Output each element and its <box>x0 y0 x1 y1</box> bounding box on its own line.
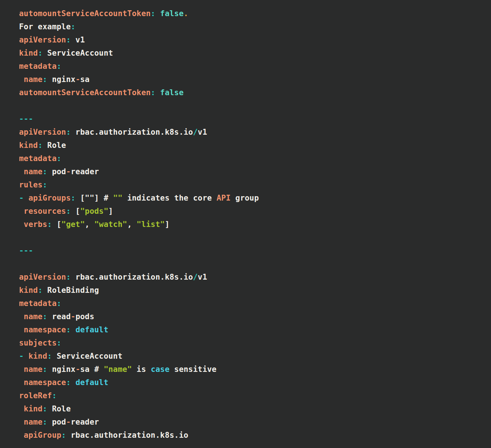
code-token: pod <box>47 418 66 426</box>
code-token: , <box>85 220 94 229</box>
code-line: kind: Role <box>19 139 487 152</box>
code-token: : <box>66 378 71 387</box>
code-token <box>71 378 75 387</box>
code-token <box>71 325 75 334</box>
code-token: verbs <box>24 220 47 229</box>
code-token: v1 <box>71 36 85 44</box>
code-token: case <box>151 365 170 374</box>
code-token: reader <box>71 418 99 426</box>
code-token: : <box>38 141 42 150</box>
code-token: name <box>24 312 42 321</box>
code-line: apiVersion: rbac.authorization.k8s.io/v1 <box>19 270 487 284</box>
code-token <box>155 9 160 18</box>
code-token: name <box>24 75 42 84</box>
code-token: RoleBinding <box>42 286 99 295</box>
code-token: : <box>71 22 75 31</box>
code-line: metadata: <box>19 60 487 73</box>
code-token: apiGroups <box>29 194 71 202</box>
code-token: v1 <box>198 128 207 137</box>
code-token: read <box>47 312 71 321</box>
code-token <box>19 431 24 440</box>
code-line: namespace: default <box>19 376 487 389</box>
code-token: , <box>127 220 137 229</box>
code-token: : <box>42 365 47 374</box>
code-line: name: nginx-sa <box>19 73 487 86</box>
code-token: - <box>75 365 80 374</box>
code-token: apiVersion <box>19 36 66 44</box>
code-token: sensitive <box>170 365 216 374</box>
code-lines-container: automountServiceAccountToken: false.For … <box>19 7 487 442</box>
code-token: false <box>160 9 183 18</box>
code-token: v1 <box>198 273 207 281</box>
code-token: name <box>24 418 42 426</box>
code-token: : <box>66 273 71 281</box>
code-token: default <box>75 378 108 387</box>
code-token: "list" <box>137 220 165 229</box>
code-token: sa <box>80 75 90 84</box>
code-token: : <box>42 180 47 189</box>
code-token <box>19 207 24 216</box>
code-token: : <box>42 75 47 84</box>
code-token: ] <box>165 220 170 229</box>
code-token: name <box>24 365 42 374</box>
code-token: false <box>160 88 183 97</box>
code-token: : <box>151 9 156 18</box>
code-token: : <box>57 62 62 71</box>
code-token: : <box>47 220 52 229</box>
code-token: nginx <box>47 75 75 84</box>
code-line: roleRef: <box>19 389 487 402</box>
code-token: kind <box>19 49 38 57</box>
code-token: - <box>75 75 80 84</box>
code-token: default <box>75 325 108 334</box>
code-line: --- <box>19 244 487 257</box>
code-token <box>19 167 24 176</box>
code-token <box>19 418 24 426</box>
code-line: name: read-pods <box>19 310 487 323</box>
code-token <box>24 352 29 361</box>
code-token: kind <box>24 404 42 413</box>
code-line: resources: ["pods"] <box>19 205 487 218</box>
code-token: reader <box>71 167 99 176</box>
code-line: namespace: default <box>19 323 487 336</box>
code-line: apiVersion: rbac.authorization.k8s.io/v1 <box>19 126 487 139</box>
code-token: / <box>193 128 198 137</box>
code-token: metadata <box>19 299 57 308</box>
code-token: : <box>42 404 47 413</box>
code-line: name: nginx-sa # "name" is case sensitiv… <box>19 363 487 376</box>
code-line <box>19 231 487 244</box>
code-token <box>24 194 29 202</box>
code-token: "watch" <box>94 220 127 229</box>
code-token: rbac.authorization.k8s.io <box>71 128 193 137</box>
code-token: : <box>42 418 47 426</box>
code-token: rbac.authorization.k8s.io <box>66 431 188 440</box>
code-token: metadata <box>19 62 57 71</box>
code-line <box>19 257 487 270</box>
code-token: [ <box>52 220 62 229</box>
code-token: metadata <box>19 154 57 163</box>
code-token: : <box>66 36 71 44</box>
code-token: - <box>19 352 24 361</box>
code-token <box>19 220 24 229</box>
code-token: namespace <box>24 378 66 387</box>
code-token: "pods" <box>80 207 108 216</box>
code-token: automountServiceAccountToken <box>19 9 151 18</box>
code-token <box>19 75 24 84</box>
code-line: automountServiceAccountToken: false <box>19 86 487 99</box>
code-line: name: pod-reader <box>19 165 487 178</box>
code-token: is <box>132 365 150 374</box>
code-token: API <box>216 194 231 202</box>
code-line: apiGroup: rbac.authorization.k8s.io <box>19 429 487 442</box>
code-token: apiVersion <box>19 128 66 137</box>
code-token: : <box>151 88 156 97</box>
code-token: : <box>66 128 71 137</box>
code-token: : <box>42 167 47 176</box>
code-token <box>19 365 24 374</box>
code-token: - <box>66 167 71 176</box>
code-token: : <box>71 194 75 202</box>
code-token: : <box>38 286 42 295</box>
code-token: : <box>62 431 66 440</box>
code-token <box>19 404 24 413</box>
code-line: automountServiceAccountToken: false. <box>19 7 487 20</box>
code-token: - <box>66 418 71 426</box>
code-token <box>19 378 24 387</box>
